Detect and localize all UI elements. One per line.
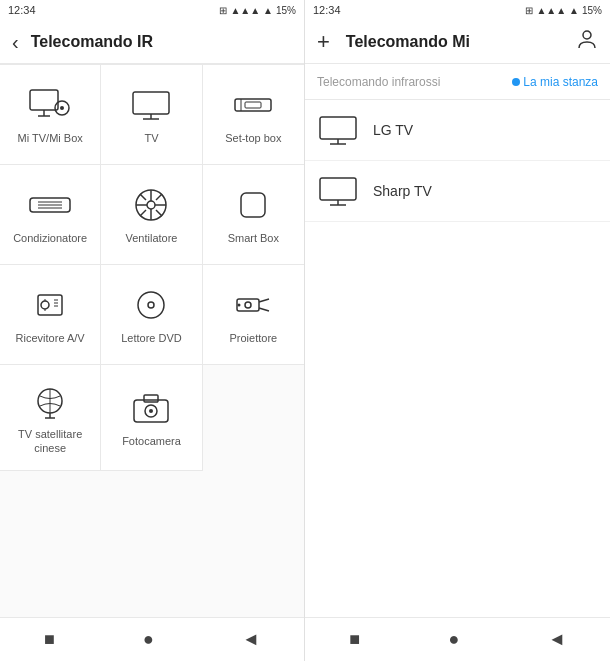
svg-point-39 xyxy=(238,304,241,307)
svg-rect-52 xyxy=(320,178,356,200)
condizionatore-icon xyxy=(27,187,73,223)
mi-tv-icon xyxy=(27,87,73,123)
grid-item-proiettore[interactable]: Proiettore xyxy=(203,265,304,365)
grid-label-fotocamera: Fotocamera xyxy=(122,434,181,448)
svg-point-47 xyxy=(149,409,153,413)
grid-item-lettore-dvd[interactable]: Lettore DVD xyxy=(101,265,202,365)
device-item-lg-tv[interactable]: LG TV xyxy=(305,100,610,161)
svg-point-27 xyxy=(41,301,49,309)
svg-line-22 xyxy=(156,210,162,216)
tv-satellitare-icon xyxy=(27,383,73,419)
svg-rect-10 xyxy=(245,102,261,108)
sharp-tv-label: Sharp TV xyxy=(373,183,432,199)
grid-item-set-top-box[interactable]: Set-top box xyxy=(203,65,304,165)
ricevitore-av-icon xyxy=(27,287,73,323)
left-time: 12:34 xyxy=(8,4,36,16)
svg-line-21 xyxy=(140,194,146,200)
svg-rect-25 xyxy=(241,193,265,217)
svg-point-16 xyxy=(147,201,155,209)
svg-rect-49 xyxy=(320,117,356,139)
grid-label-proiettore: Proiettore xyxy=(229,331,277,345)
grid-item-tv-satellitare[interactable]: TV satellitare cinese xyxy=(0,365,101,471)
right-bluetooth-icon: ⊞ xyxy=(525,5,533,16)
lg-tv-icon xyxy=(317,114,359,146)
grid-item-ricevitore-av[interactable]: Ricevitore A/V xyxy=(0,265,101,365)
battery-level: 15% xyxy=(276,5,296,16)
left-top-bar: ‹ Telecomando IR xyxy=(0,20,304,64)
right-nav-circle[interactable]: ● xyxy=(449,629,460,650)
user-button[interactable] xyxy=(576,28,598,55)
grid-label-condizionatore: Condizionatore xyxy=(13,231,87,245)
add-button[interactable]: + xyxy=(317,29,330,55)
right-battery-level: 15% xyxy=(582,5,602,16)
grid-item-smart-box[interactable]: Smart Box xyxy=(203,165,304,265)
svg-point-36 xyxy=(245,302,251,308)
left-nav-circle[interactable]: ● xyxy=(143,629,154,650)
svg-point-48 xyxy=(583,31,591,39)
svg-line-38 xyxy=(259,308,269,311)
grid-label-ventilatore: Ventilatore xyxy=(126,231,178,245)
filter-room-label: La mia stanza xyxy=(523,75,598,89)
grid-label-ricevitore-av: Ricevitore A/V xyxy=(16,331,85,345)
right-panel: 12:34 ⊞ ▲▲▲ ▲ 15% + Telecomando Mi Telec… xyxy=(305,0,610,661)
svg-point-33 xyxy=(138,292,164,318)
left-panel-title: Telecomando IR xyxy=(31,33,153,51)
device-grid-container: Mi TV/Mi Box TV xyxy=(0,64,304,617)
grid-item-mi-tv-mi-box[interactable]: Mi TV/Mi Box xyxy=(0,65,101,165)
smart-box-icon xyxy=(230,187,276,223)
filter-label: Telecomando infrarossi xyxy=(317,75,440,89)
sharp-tv-icon xyxy=(317,175,359,207)
grid-label-set-top-box: Set-top box xyxy=(225,131,281,145)
right-top-bar: + Telecomando Mi xyxy=(305,20,610,64)
grid-item-condizionatore[interactable]: Condizionatore xyxy=(0,165,101,265)
grid-label-lettore-dvd: Lettore DVD xyxy=(121,331,182,345)
grid-label-tv-satellitare: TV satellitare cinese xyxy=(8,427,92,456)
lettore-dvd-icon xyxy=(128,287,174,323)
svg-line-23 xyxy=(156,194,162,200)
svg-rect-5 xyxy=(133,92,169,114)
fotocamera-icon xyxy=(128,390,174,426)
filter-bar: Telecomando infrarossi La mia stanza xyxy=(305,64,610,100)
left-panel: 12:34 ⊞ ▲▲▲ ▲ 15% ‹ Telecomando IR xyxy=(0,0,305,661)
blue-dot-icon xyxy=(512,78,520,86)
svg-point-34 xyxy=(148,302,154,308)
grid-label-mi-tv-mi-box: Mi TV/Mi Box xyxy=(18,131,83,145)
tv-icon xyxy=(128,87,174,123)
svg-point-4 xyxy=(60,106,64,110)
right-signal-icon: ▲▲▲ xyxy=(536,5,566,16)
svg-line-24 xyxy=(140,210,146,216)
grid-label-tv: TV xyxy=(144,131,158,145)
right-nav-back[interactable]: ◄ xyxy=(548,629,566,650)
right-time: 12:34 xyxy=(313,4,341,16)
right-wifi-icon: ▲ xyxy=(569,5,579,16)
device-item-sharp-tv[interactable]: Sharp TV xyxy=(305,161,610,222)
grid-label-smart-box: Smart Box xyxy=(228,231,279,245)
proiettore-icon xyxy=(230,287,276,323)
right-nav-square[interactable]: ■ xyxy=(349,629,360,650)
signal-icon: ▲▲▲ xyxy=(230,5,260,16)
set-top-box-icon xyxy=(230,87,276,123)
left-nav-square[interactable]: ■ xyxy=(44,629,55,650)
filter-room-button[interactable]: La mia stanza xyxy=(512,75,598,89)
left-status-bar: 12:34 ⊞ ▲▲▲ ▲ 15% xyxy=(0,0,304,20)
device-list: LG TV Sharp TV xyxy=(305,100,610,617)
lg-tv-label: LG TV xyxy=(373,122,413,138)
grid-item-ventilatore[interactable]: Ventilatore xyxy=(101,165,202,265)
svg-rect-0 xyxy=(30,90,58,110)
device-grid: Mi TV/Mi Box TV xyxy=(0,64,304,471)
svg-rect-45 xyxy=(144,395,158,402)
left-bottom-nav: ■ ● ◄ xyxy=(0,617,304,661)
right-status-icons: ⊞ ▲▲▲ ▲ 15% xyxy=(525,5,602,16)
right-top-left: + Telecomando Mi xyxy=(317,29,470,55)
back-button[interactable]: ‹ xyxy=(12,32,19,52)
right-bottom-nav: ■ ● ◄ xyxy=(305,617,610,661)
right-panel-title: Telecomando Mi xyxy=(346,33,470,51)
right-status-bar: 12:34 ⊞ ▲▲▲ ▲ 15% xyxy=(305,0,610,20)
left-nav-back[interactable]: ◄ xyxy=(242,629,260,650)
grid-item-fotocamera[interactable]: Fotocamera xyxy=(101,365,202,471)
wifi-icon: ▲ xyxy=(263,5,273,16)
ventilatore-icon xyxy=(128,187,174,223)
left-status-icons: ⊞ ▲▲▲ ▲ 15% xyxy=(219,5,296,16)
svg-line-37 xyxy=(259,299,269,302)
grid-item-tv[interactable]: TV xyxy=(101,65,202,165)
